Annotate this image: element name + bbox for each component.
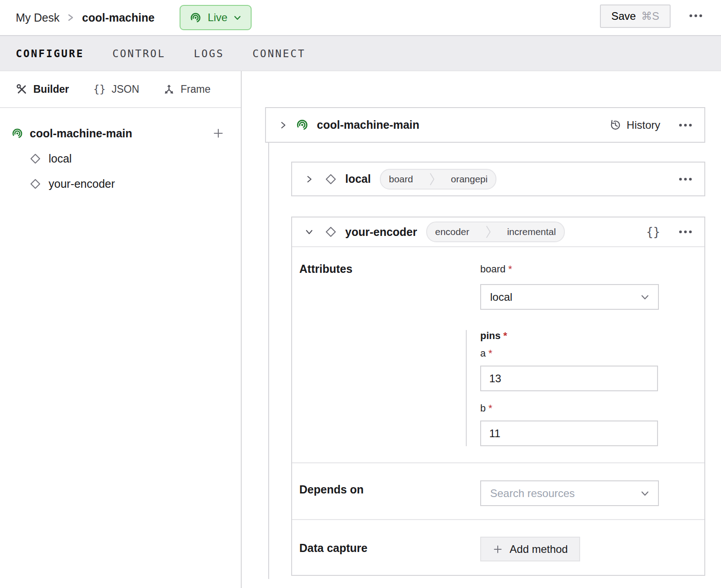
tab-connect[interactable]: CONNECT	[252, 48, 306, 59]
header-overflow-menu-button[interactable]	[689, 14, 702, 17]
attributes-heading: Attributes	[299, 262, 352, 276]
tree-item-label: local	[49, 152, 72, 165]
machine-main-card: cool-machine-main History	[265, 107, 705, 143]
tools-icon	[16, 84, 27, 95]
data-capture-section: Data capture Add method	[292, 519, 704, 577]
tree-connector-line	[268, 143, 269, 579]
tree-item-label: your-encoder	[49, 177, 115, 190]
encoder-card-title: your-encoder	[345, 226, 417, 239]
edit-json-button[interactable]: {}	[646, 225, 660, 239]
required-asterisk: *	[503, 330, 507, 341]
view-tab-builder[interactable]: Builder	[16, 83, 69, 95]
pins-group-label: pins	[480, 330, 500, 341]
view-tab-builder-label: Builder	[33, 83, 69, 95]
collapse-chevron-icon[interactable]	[305, 227, 314, 236]
top-header: My Desk cool-machine Live Save ⌘S	[0, 0, 721, 35]
encoder-card: your-encoder encoder incremental {}	[291, 217, 705, 576]
encoder-card-menu-button[interactable]	[679, 231, 692, 233]
resource-type-badge: board orangepi	[380, 169, 496, 190]
tab-configure[interactable]: CONFIGURE	[16, 48, 84, 59]
tab-control[interactable]: CONTROL	[113, 48, 166, 59]
chevron-right-icon	[67, 12, 74, 23]
plus-icon	[492, 544, 503, 555]
depends-on-section: Depends on Search resources	[292, 462, 704, 519]
machine-card-title: cool-machine-main	[317, 118, 419, 131]
view-tab-json-label: JSON	[112, 83, 139, 95]
machine-card-menu-button[interactable]	[679, 124, 692, 127]
component-diamond-icon	[324, 226, 337, 238]
resource-tree: cool-machine-main local your-encoder	[0, 108, 241, 196]
live-broadcast-icon	[11, 127, 23, 140]
local-card-menu-button[interactable]	[679, 178, 692, 181]
pin-a-label: a	[480, 348, 486, 359]
save-button[interactable]: Save ⌘S	[600, 5, 671, 28]
chevron-down-icon	[640, 488, 650, 498]
history-button-label: History	[626, 119, 660, 131]
depends-on-select[interactable]: Search resources	[480, 480, 659, 506]
required-asterisk: *	[488, 403, 492, 414]
depends-on-heading: Depends on	[299, 483, 364, 496]
component-diamond-icon	[29, 178, 41, 190]
chevron-down-icon	[640, 292, 650, 302]
board-select-value: local	[490, 291, 512, 303]
badge-model: incremental	[499, 226, 564, 237]
resource-type-badge: encoder incremental	[426, 222, 565, 242]
config-view-switcher: Builder {} JSON	[0, 71, 241, 108]
badge-separator-chevron	[478, 222, 499, 241]
tree-item-local[interactable]: local	[0, 146, 241, 171]
braces-icon: {}	[93, 83, 106, 95]
component-diamond-icon	[324, 173, 337, 185]
badge-type: encoder	[427, 226, 478, 237]
pin-b-input[interactable]	[480, 421, 658, 446]
tree-item-machine-main[interactable]: cool-machine-main	[0, 121, 241, 146]
depends-on-placeholder: Search resources	[490, 487, 575, 500]
save-button-label: Save	[611, 10, 636, 23]
view-tab-frame[interactable]: Frame	[163, 83, 210, 95]
pins-group: pins* a* b*	[466, 330, 659, 446]
local-board-card: local board orangepi	[291, 162, 705, 196]
view-tab-json[interactable]: {} JSON	[93, 83, 139, 95]
add-method-button-label: Add method	[509, 543, 568, 556]
breadcrumb: My Desk cool-machine	[16, 11, 154, 24]
history-button[interactable]: History	[609, 119, 660, 131]
data-capture-heading: Data capture	[299, 542, 367, 555]
content-body: Builder {} JSON	[0, 71, 721, 588]
frame-axes-icon	[163, 84, 175, 95]
live-status-dropdown[interactable]: Live	[180, 5, 252, 30]
attributes-section: Attributes board* local	[292, 247, 704, 462]
add-method-button[interactable]: Add method	[480, 537, 580, 561]
live-status-label: Live	[207, 11, 227, 24]
history-clock-icon	[609, 119, 622, 131]
config-main-panel: cool-machine-main History	[242, 71, 721, 588]
board-select[interactable]: local	[480, 284, 659, 310]
tab-logs[interactable]: LOGS	[194, 48, 224, 59]
required-asterisk: *	[508, 263, 512, 275]
breadcrumb-machine-name: cool-machine	[82, 11, 154, 24]
badge-model: orangepi	[443, 174, 496, 185]
tree-item-label: cool-machine-main	[30, 127, 132, 140]
add-component-button[interactable]	[212, 127, 225, 140]
live-broadcast-icon	[296, 118, 309, 131]
view-tab-frame-label: Frame	[180, 83, 210, 95]
save-shortcut-hint: ⌘S	[641, 10, 659, 23]
machine-nav-tabs: CONFIGURE CONTROL LOGS CONNECT	[0, 35, 721, 71]
pin-b-label: b	[480, 403, 486, 414]
required-asterisk: *	[488, 348, 492, 359]
badge-separator-chevron	[421, 170, 443, 189]
app-root: My Desk cool-machine Live Save ⌘S	[0, 0, 721, 588]
expand-chevron-icon[interactable]	[305, 175, 314, 184]
pin-a-input[interactable]	[480, 366, 658, 391]
chevron-down-icon	[233, 14, 242, 22]
config-sidebar: Builder {} JSON	[0, 71, 242, 588]
board-field-label: board	[480, 263, 505, 275]
component-diamond-icon	[29, 153, 41, 165]
badge-type: board	[381, 174, 421, 185]
local-card-title: local	[345, 172, 371, 185]
board-field: board* local	[480, 263, 659, 310]
live-broadcast-icon	[189, 12, 202, 24]
tree-item-your-encoder[interactable]: your-encoder	[0, 171, 241, 196]
expand-chevron-icon[interactable]	[279, 121, 288, 130]
breadcrumb-parent-link[interactable]: My Desk	[16, 11, 59, 24]
